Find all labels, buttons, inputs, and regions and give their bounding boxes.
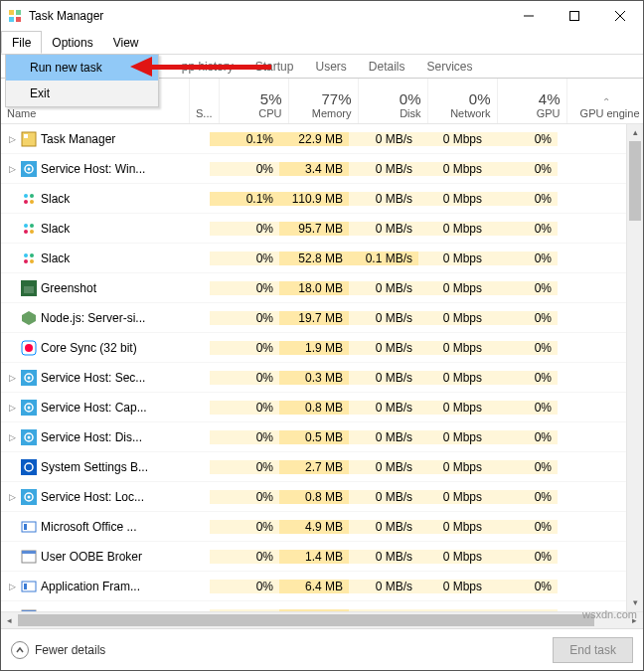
tab-services[interactable]: Services xyxy=(416,55,484,78)
memory-cell: 4.9 MB xyxy=(279,520,349,534)
titlebar[interactable]: Task Manager xyxy=(1,1,643,31)
disk-cell: 0 MB/s xyxy=(349,580,418,593)
table-row[interactable]: ▷Service Host: Sec...0%0.3 MB0 MB/s0 Mbp… xyxy=(1,363,626,393)
process-name: Greenshot xyxy=(41,281,96,295)
svg-rect-9 xyxy=(24,134,28,138)
header-status[interactable]: S... xyxy=(190,79,220,123)
table-row[interactable]: ▷Antimalware Serv...0%125.0 MB0 MB/s0 Mb… xyxy=(1,601,626,611)
memory-cell: 1.4 MB xyxy=(279,550,349,564)
menu-run-new-task[interactable]: Run new task xyxy=(6,55,158,81)
expand-icon[interactable]: ▷ xyxy=(7,164,17,174)
office-icon xyxy=(21,519,37,535)
network-cell: 0 Mbps xyxy=(418,609,488,612)
table-row[interactable]: ▷Task Manager0.1%22.9 MB0 MB/s0 Mbps0% xyxy=(1,124,626,154)
expand-icon[interactable]: ▷ xyxy=(7,492,17,502)
svg-marker-30 xyxy=(22,311,36,325)
generic-icon xyxy=(21,608,37,612)
table-row[interactable]: Node.js: Server-si...0%19.7 MB0 MB/s0 Mb… xyxy=(1,303,626,333)
memory-cell: 95.7 MB xyxy=(279,222,349,236)
expand-icon[interactable]: ▷ xyxy=(7,373,17,383)
vertical-scrollbar[interactable]: ▴ ▾ xyxy=(626,124,643,611)
table-row[interactable]: User OOBE Broker0%1.4 MB0 MB/s0 Mbps0% xyxy=(1,542,626,572)
svg-rect-54 xyxy=(22,610,36,612)
table-row[interactable]: ▷Application Fram...0%6.4 MB0 MB/s0 Mbps… xyxy=(1,572,626,601)
disk-cell: 0 MB/s xyxy=(349,341,418,355)
table-row[interactable]: Greenshot0%18.0 MB0 MB/s0 Mbps0% xyxy=(1,273,626,303)
table-row[interactable]: Slack0.1%110.9 MB0 MB/s0 Mbps0% xyxy=(1,184,626,214)
scroll-right-icon[interactable]: ▸ xyxy=(626,615,643,625)
coresync-icon xyxy=(21,340,37,356)
gpu-cell: 0% xyxy=(488,162,558,176)
cpu-cell: 0% xyxy=(210,371,279,385)
fewer-details-button[interactable]: Fewer details xyxy=(11,641,105,659)
memory-cell: 6.4 MB xyxy=(279,580,349,593)
table-row[interactable]: Slack0%52.8 MB0.1 MB/s0 Mbps0% xyxy=(1,244,626,273)
header-gpu-engine[interactable]: ⌃GPU engine xyxy=(567,79,644,123)
header-network[interactable]: 0%Network xyxy=(428,79,498,123)
scroll-down-icon[interactable]: ▾ xyxy=(627,594,643,611)
table-row[interactable]: Slack0%95.7 MB0 MB/s0 Mbps0% xyxy=(1,214,626,244)
network-cell: 0 Mbps xyxy=(418,490,488,504)
scroll-up-icon[interactable]: ▴ xyxy=(627,124,643,141)
menu-file[interactable]: File xyxy=(1,31,42,54)
expand-icon[interactable]: ▷ xyxy=(7,403,17,413)
disk-cell: 0 MB/s xyxy=(349,371,418,385)
network-cell: 0 Mbps xyxy=(418,401,488,415)
table-row[interactable]: System Settings B...0%2.7 MB0 MB/s0 Mbps… xyxy=(1,452,626,482)
close-button[interactable] xyxy=(597,1,643,31)
header-gpu[interactable]: 4%GPU xyxy=(498,79,567,123)
process-list: ▷Task Manager0.1%22.9 MB0 MB/s0 Mbps0%▷S… xyxy=(1,124,643,611)
disk-cell: 0 MB/s xyxy=(349,490,418,504)
expand-icon[interactable]: ▷ xyxy=(7,611,17,612)
gpu-cell: 0% xyxy=(488,609,558,612)
maximize-button[interactable] xyxy=(552,1,597,31)
expand-icon[interactable]: ▷ xyxy=(7,432,17,442)
memory-cell: 0.8 MB xyxy=(279,490,349,504)
gpu-cell: 0% xyxy=(488,371,558,385)
svg-point-22 xyxy=(30,230,34,234)
disk-cell: 0 MB/s xyxy=(349,609,418,612)
gpu-cell: 0% xyxy=(488,460,558,474)
node-icon xyxy=(21,310,37,326)
minimize-button[interactable] xyxy=(506,1,552,31)
table-row[interactable]: ▷Service Host: Cap...0%0.8 MB0 MB/s0 Mbp… xyxy=(1,393,626,422)
expand-icon[interactable]: ▷ xyxy=(7,134,17,144)
cpu-cell: 0% xyxy=(210,460,279,474)
process-name: Service Host: Dis... xyxy=(41,430,142,444)
horizontal-scrollbar[interactable]: ◂ ▸ xyxy=(1,611,643,628)
cpu-cell: 0% xyxy=(210,281,279,295)
scroll-left-icon[interactable]: ◂ xyxy=(1,615,18,625)
tab-startup[interactable]: Startup xyxy=(244,55,305,78)
slack-icon xyxy=(21,191,37,207)
gpu-cell: 0% xyxy=(488,490,558,504)
gpu-cell: 0% xyxy=(488,132,558,146)
header-disk[interactable]: 0%Disk xyxy=(359,79,428,123)
svg-rect-18 xyxy=(21,221,37,237)
tab-users[interactable]: Users xyxy=(304,55,357,78)
header-cpu[interactable]: 5%CPU xyxy=(220,79,289,123)
tab-app-history[interactable]: pp history xyxy=(171,55,244,78)
gpu-cell: 0% xyxy=(488,281,558,295)
table-row[interactable]: ▷Service Host: Loc...0%0.8 MB0 MB/s0 Mbp… xyxy=(1,482,626,512)
end-task-button[interactable]: End task xyxy=(553,637,633,663)
memory-cell: 125.0 MB xyxy=(279,609,349,612)
network-cell: 0 Mbps xyxy=(418,341,488,355)
scrollbar-thumb-h[interactable] xyxy=(18,614,594,626)
menu-exit[interactable]: Exit xyxy=(6,81,158,106)
table-row[interactable]: ▷Service Host: Win...0%3.4 MB0 MB/s0 Mbp… xyxy=(1,154,626,184)
table-row[interactable]: Core Sync (32 bit)0%1.9 MB0 MB/s0 Mbps0% xyxy=(1,333,626,363)
svg-point-16 xyxy=(24,200,28,204)
process-name: Service Host: Win... xyxy=(41,162,145,176)
header-memory[interactable]: 77%Memory xyxy=(289,79,359,123)
menu-view[interactable]: View xyxy=(103,31,149,54)
process-name: Antimalware Serv... xyxy=(41,609,143,612)
network-cell: 0 Mbps xyxy=(418,162,488,176)
table-row[interactable]: ▷Service Host: Dis...0%0.5 MB0 MB/s0 Mbp… xyxy=(1,422,626,452)
scrollbar-thumb[interactable] xyxy=(629,141,641,221)
table-row[interactable]: Microsoft Office ...0%4.9 MB0 MB/s0 Mbps… xyxy=(1,512,626,542)
menu-options[interactable]: Options xyxy=(42,31,102,54)
tab-details[interactable]: Details xyxy=(358,55,416,78)
expand-icon[interactable]: ▷ xyxy=(7,582,17,591)
process-name: Slack xyxy=(41,192,70,206)
process-name: Task Manager xyxy=(41,132,115,146)
